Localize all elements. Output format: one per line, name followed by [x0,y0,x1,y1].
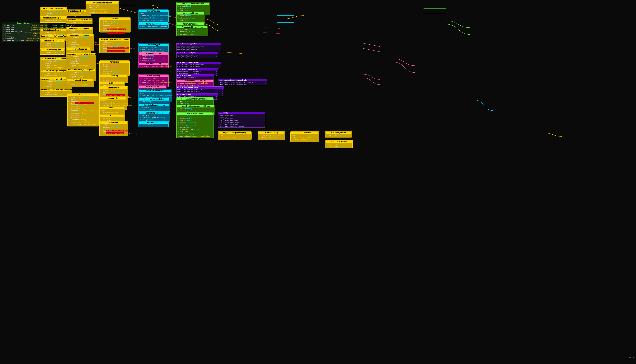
node-scene-composition: SceneComposition 1renderer_urlstring 2se… [138,112,170,122]
node-source-address: SourceAddress type 1rtmp_pushSourceRtmpP… [138,10,169,22]
enum-audio-channel-layout: enum AudioChannelLayout AUDIO_CHANNEL_LA… [176,62,221,68]
source-error-1: google.protobuf.Value [108,29,125,30]
node-external-composition: ExternalComposition 1urlstring [138,98,170,104]
node-remove-source-response: RemoveSourceFromProjectResponse 1project… [40,88,72,96]
node-studio-sdk-composition: StudioSdkComposition 1renderer_urlstring… [138,104,170,112]
node-update-source-in-project-request: UpdateSourceInProjectRequest 1collection… [66,53,96,68]
node-create-source-request: CreateSourceRequest 1collection_idstring… [86,2,119,14]
guest-error-2: this type is missing [107,132,124,134]
node-delete-source-response: DeleteSourceResponse [...]project_ids_up… [40,16,67,23]
node-rendering: Rendering 1videoVideoRendering 2audioAud… [99,60,130,76]
node-hls-lifecycle-vod: HlsLifecycleVod 1max_durationstring [325,131,352,138]
node-hls-lifecycle: HlsLifecycle type 1vodHlsLifecycleVod 2l… [290,131,319,142]
node-get-sources-request: GetSourcesRequest 1collection_idstring [40,48,65,54]
update-error: google.protobuf.FieldMask [108,47,129,48]
guest-error: google.protobuf.Timestamp [107,130,128,131]
node-object-storage-packaging: ObjectStoragePackaging type 1hlsHlsPacka… [218,131,252,140]
node-project: Project 1collection_idstring 2project_id… [68,93,99,126]
enum-source-trigger-action: enum SourceTriggerAction SOURCE_TRIGGER_… [176,43,221,51]
enum-video-color-space: enum VideoColorSpace VIDEO_COLOR_SPACE_U… [176,52,218,58]
node-add-source-to-project-response: AddSourceToProjectResponse 1projectProje… [40,69,70,78]
node-hosted-webrtc: HostedWebRtc 1enabledbool [138,121,169,127]
node-preview-webrtc: PreviewWebRtcAddress 1enabledbool 2displ… [176,26,208,36]
enum-s3acl: enum S3ACL S3ACL_UNSPECIFIED0 S3ACL_PRIV… [218,112,265,128]
node-webrtc-2: WebRtc type 1hostedHostedWebRtc [99,106,125,115]
enum-video-codec-rate-control-mode: enum VideoCodecRateControlMode VIDEO_COD… [218,79,267,85]
node-add-source-to-project-request: AddSourceToProjectRequest 1collection_id… [40,57,70,70]
dest-error: google.protobuf.Value [107,94,124,96]
node-preview-address: PreviewAddress 2 oneof: PreviewWebRtcAdd… [138,22,169,29]
node-hls-lifecycle-live: HlsLifecycleLive 1playlist_countstring 2… [325,140,353,148]
node-update-source-response-2: UpdateSourceInProjectResponse 1projectPr… [66,18,93,24]
node-project-trigger: ProjectTrigger type 1sourceSourceTrigger [66,78,94,87]
node-hls-packaging: HlsPackaging 1lifecycleHlsLifecycle 2seg… [258,131,285,140]
node-delete-source-request: DeleteSourceRequest 1collection_idstring… [40,7,67,18]
update-error-2: this type is missing [108,50,124,52]
project-error: google.protobuf.Value [76,102,93,104]
source-error-2: this type is missing [108,32,124,34]
node-audio-rendering: AudioRendering 1channel_layoutAudioChann… [138,62,169,68]
bottom-count: count [628,357,634,359]
node-s3-storage-address: S3StorageAddress 1regionstring 2bucketst… [176,112,214,138]
